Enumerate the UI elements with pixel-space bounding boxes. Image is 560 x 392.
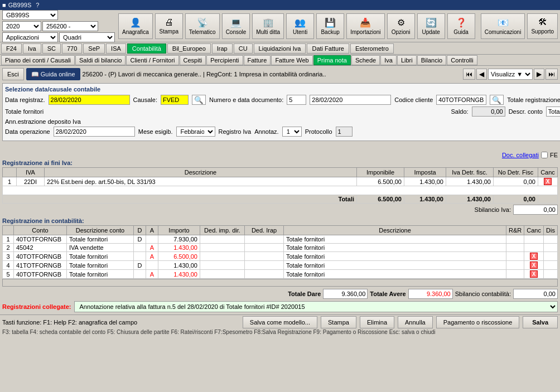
fe-checkbox[interactable] bbox=[541, 152, 548, 158]
multi-ditta-button[interactable]: 🏢Multi ditta bbox=[252, 13, 284, 39]
scroll-area[interactable] bbox=[2, 279, 558, 287]
nav-next-button[interactable]: ▶ bbox=[534, 69, 544, 80]
reg-collegate-select[interactable]: Annotazione relativa alla fattura n.5 de… bbox=[74, 301, 558, 312]
cont-r3-descr: Totale fornitori bbox=[67, 252, 134, 261]
quadri-selector[interactable]: Quadri bbox=[59, 32, 115, 42]
form-row-2: Totale fornitori Saldo: Descr. conto bbox=[5, 107, 560, 117]
data-operazione-input[interactable] bbox=[54, 127, 135, 137]
nav-770[interactable]: 770 bbox=[62, 43, 82, 54]
cont-col-canc: Canc bbox=[524, 226, 544, 235]
comunicazioni-button[interactable]: 📧Comunicazioni bbox=[481, 13, 525, 39]
cont-r5-descr: Totale fornitori bbox=[67, 270, 134, 279]
tab-iva[interactable]: Iva bbox=[380, 55, 397, 65]
tab-libri[interactable]: Libri bbox=[397, 55, 417, 65]
numero-doc-input[interactable] bbox=[287, 95, 306, 105]
tab-prima-nota[interactable]: Prima nota bbox=[313, 55, 351, 65]
cont-r3-canc-btn[interactable]: X bbox=[530, 253, 538, 260]
tab-clienti-fornitori[interactable]: Clienti / Fornitori bbox=[126, 55, 178, 65]
opzioni-button[interactable]: ⚙Opzioni bbox=[387, 13, 415, 39]
descr-conto-input[interactable] bbox=[546, 107, 560, 117]
pagamento-button[interactable]: Pagamento o riscossione bbox=[436, 316, 520, 328]
tab-fatture[interactable]: Fatture bbox=[244, 55, 271, 65]
telematico-button[interactable]: 📡Telematico bbox=[185, 13, 220, 39]
cont-r5-d bbox=[134, 270, 146, 279]
tab-piano-conti[interactable]: Piano dei conti / Causali bbox=[1, 55, 75, 65]
nav-cu[interactable]: CU bbox=[234, 43, 253, 54]
annotaz-select[interactable]: 1 bbox=[282, 127, 302, 137]
nav-dati-fatture[interactable]: Dati Fatture bbox=[307, 43, 349, 54]
tab-percipienti[interactable]: Percipienti bbox=[206, 55, 243, 65]
saldo-label: Saldo: bbox=[451, 108, 468, 115]
cont-r5-canc-btn[interactable]: X bbox=[530, 270, 538, 278]
console-button[interactable]: 💻Console bbox=[222, 13, 250, 39]
iva-col-nodetr: No Detr. Fisc bbox=[494, 168, 538, 177]
causale-search-button[interactable]: 🔍 bbox=[192, 95, 206, 105]
nav-sep[interactable]: SeP bbox=[83, 43, 105, 54]
cont-r2-d bbox=[134, 244, 146, 252]
update-button[interactable]: 🔄Update bbox=[417, 13, 445, 39]
cont-r2-descr: IVA vendette bbox=[67, 244, 134, 252]
mese-esigib-select[interactable]: Febbraio bbox=[176, 127, 215, 137]
form-row-3: Ann.estrazione deposito Iva bbox=[5, 118, 560, 125]
cont-row-1: 1 40TOTFORNGB Totale fornitori D 7.930,0… bbox=[3, 235, 558, 244]
tab-cespiti[interactable]: Cespiti bbox=[180, 55, 206, 65]
guida-online-button[interactable]: 📖 Guida online bbox=[26, 68, 80, 80]
backup-button[interactable]: 💾Backup bbox=[316, 13, 344, 39]
applicazioni-selector[interactable]: Applicazioni bbox=[2, 32, 58, 42]
stampa-button-bottom[interactable]: Stampa bbox=[321, 316, 356, 328]
iva-table: IVA Descrizione Imponibile Imposta Iva D… bbox=[2, 167, 558, 204]
nav-contabilita[interactable]: Contabilità bbox=[127, 43, 166, 54]
nav-isa[interactable]: ISA bbox=[106, 43, 126, 54]
cont-r4-canc-btn[interactable]: X bbox=[530, 262, 538, 269]
tab-schede[interactable]: Schede bbox=[351, 55, 380, 65]
cont-r2-canc bbox=[524, 244, 544, 252]
iva-col-imposta: Imposta bbox=[404, 168, 446, 177]
cont-r2-desc2: Totale fornitori bbox=[284, 244, 506, 252]
nav-liquidazioni-iva[interactable]: Liquidazioni Iva bbox=[254, 43, 306, 54]
salva-modello-button[interactable]: Salva come modello... bbox=[243, 316, 317, 328]
data-doc-input[interactable] bbox=[310, 95, 391, 105]
importazioni-button[interactable]: 📥Importazioni bbox=[346, 13, 384, 39]
esci-button[interactable]: Esci bbox=[2, 68, 24, 80]
utenti-button[interactable]: 👥Utenti bbox=[286, 13, 314, 39]
nav-esterometro[interactable]: Esterometro bbox=[350, 43, 394, 54]
year-selector[interactable]: 2020 bbox=[2, 21, 41, 31]
iva-canc-button[interactable]: X bbox=[544, 178, 552, 185]
nav-irap[interactable]: Irap bbox=[212, 43, 233, 54]
code-selector[interactable]: 256200 - bbox=[42, 21, 98, 31]
app-selector[interactable]: GB999S bbox=[2, 10, 58, 20]
stampa-button[interactable]: 🖨Stampa bbox=[155, 13, 183, 39]
codice-cliente-input[interactable] bbox=[436, 95, 486, 105]
salva-button[interactable]: Salva bbox=[523, 316, 558, 328]
tab-fatture-web[interactable]: Fatture Web bbox=[271, 55, 312, 65]
annulla-button[interactable]: Annulla bbox=[398, 316, 433, 328]
iva-total-imponibile: 6.500,00 bbox=[357, 195, 404, 204]
tab-saldi[interactable]: Saldi di bilancio bbox=[75, 55, 125, 65]
help-icon[interactable]: ? bbox=[36, 2, 39, 8]
supporto-button[interactable]: 🛠Supporto bbox=[527, 13, 558, 39]
visualize-select[interactable]: Visualizz ▼ bbox=[488, 69, 533, 80]
elimina-button[interactable]: Elimina bbox=[360, 316, 394, 328]
nav-bil-europeo[interactable]: Bil_Europeo bbox=[167, 43, 211, 54]
toolbar-selectors: GB999S 2020 256200 - Applicazioni Quadri bbox=[2, 10, 115, 42]
nav-f24[interactable]: F24 bbox=[1, 43, 22, 54]
doc-collegati-link[interactable]: Doc. collegati bbox=[502, 152, 539, 158]
guida-toolbar-button[interactable]: ❓Guida bbox=[447, 13, 475, 39]
tab-controlli[interactable]: Controlli bbox=[447, 55, 477, 65]
nav-prev-button[interactable]: ◀ bbox=[476, 69, 487, 80]
codice-search-button[interactable]: 🔍 bbox=[490, 95, 504, 105]
causale-input[interactable] bbox=[161, 95, 189, 105]
tab-bilancio[interactable]: Bilancio bbox=[417, 55, 447, 65]
iva-total-nodetr: 0,00 bbox=[494, 195, 538, 204]
cont-r4-dis bbox=[544, 261, 558, 270]
cont-col-ded-imp: Ded. imp. dir. bbox=[200, 226, 245, 235]
cont-r4-num: 4 bbox=[3, 261, 14, 270]
registro-iva-label: Registro Iva bbox=[219, 128, 252, 135]
data-registraz-input[interactable] bbox=[49, 95, 130, 105]
nav-iva[interactable]: Iva bbox=[23, 43, 41, 54]
nav-first-button[interactable]: ⏮ bbox=[463, 69, 475, 80]
nav-sc[interactable]: SC bbox=[42, 43, 61, 54]
toolbar-buttons: 👤Anagrafica 🖨Stampa 📡Telematico 💻Console… bbox=[118, 13, 481, 39]
nav-last-button[interactable]: ⏭ bbox=[545, 69, 558, 80]
anagrafica-button[interactable]: 👤Anagrafica bbox=[118, 13, 153, 39]
